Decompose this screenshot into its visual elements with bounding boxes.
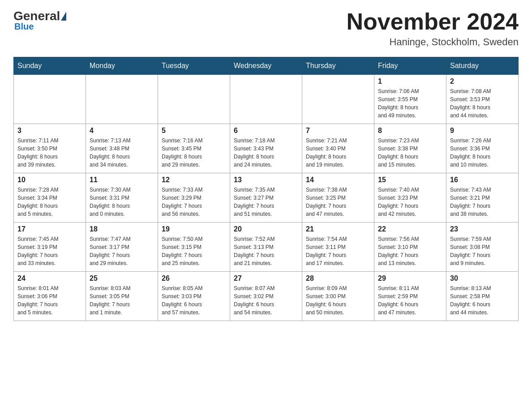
day-info: Sunrise: 8:13 AMSunset: 2:58 PMDaylight:… — [450, 284, 515, 317]
week-row-2: 3Sunrise: 7:11 AMSunset: 3:50 PMDaylight… — [14, 124, 519, 173]
table-cell — [302, 75, 374, 124]
table-cell: 12Sunrise: 7:33 AMSunset: 3:29 PMDayligh… — [158, 173, 230, 223]
col-saturday: Saturday — [446, 57, 519, 75]
day-info: Sunrise: 7:47 AMSunset: 3:17 PMDaylight:… — [90, 235, 154, 267]
title-block: November 2024 Haninge, Stockholm, Sweden — [347, 9, 519, 48]
day-info: Sunrise: 7:50 AMSunset: 3:15 PMDaylight:… — [162, 235, 226, 267]
week-row-1: 1Sunrise: 7:06 AMSunset: 3:55 PMDaylight… — [14, 75, 519, 124]
table-cell: 1Sunrise: 7:06 AMSunset: 3:55 PMDaylight… — [374, 75, 446, 124]
day-info: Sunrise: 8:03 AMSunset: 3:05 PMDaylight:… — [90, 284, 154, 317]
table-cell: 18Sunrise: 7:47 AMSunset: 3:17 PMDayligh… — [86, 223, 158, 272]
day-number: 23 — [450, 225, 515, 233]
day-number: 21 — [306, 225, 370, 233]
day-info: Sunrise: 7:54 AMSunset: 3:11 PMDaylight:… — [306, 235, 370, 267]
day-number: 6 — [234, 127, 298, 135]
day-number: 25 — [90, 274, 154, 283]
table-cell: 26Sunrise: 8:05 AMSunset: 3:03 PMDayligh… — [158, 272, 230, 321]
day-number: 17 — [17, 225, 82, 233]
table-cell: 19Sunrise: 7:50 AMSunset: 3:15 PMDayligh… — [158, 223, 230, 272]
day-info: Sunrise: 7:13 AMSunset: 3:48 PMDaylight:… — [90, 137, 154, 169]
day-info: Sunrise: 7:08 AMSunset: 3:53 PMDaylight:… — [450, 87, 515, 120]
table-cell: 20Sunrise: 7:52 AMSunset: 3:13 PMDayligh… — [230, 223, 302, 272]
table-cell — [86, 75, 158, 124]
day-number: 20 — [234, 225, 298, 233]
day-info: Sunrise: 7:11 AMSunset: 3:50 PMDaylight:… — [17, 137, 82, 169]
day-number: 16 — [450, 176, 515, 184]
day-number: 11 — [90, 176, 154, 184]
day-number: 12 — [162, 176, 226, 184]
logo-blue-text: Blue — [13, 21, 34, 32]
table-cell: 22Sunrise: 7:56 AMSunset: 3:10 PMDayligh… — [374, 223, 446, 272]
day-number: 2 — [450, 77, 515, 86]
table-cell: 21Sunrise: 7:54 AMSunset: 3:11 PMDayligh… — [302, 223, 374, 272]
day-info: Sunrise: 7:30 AMSunset: 3:31 PMDaylight:… — [90, 186, 154, 218]
day-info: Sunrise: 7:06 AMSunset: 3:55 PMDaylight:… — [378, 87, 442, 120]
day-info: Sunrise: 7:43 AMSunset: 3:21 PMDaylight:… — [450, 186, 515, 218]
day-info: Sunrise: 7:38 AMSunset: 3:25 PMDaylight:… — [306, 186, 370, 218]
table-cell: 2Sunrise: 7:08 AMSunset: 3:53 PMDaylight… — [446, 75, 519, 124]
day-number: 3 — [17, 127, 82, 135]
logo: General Blue — [13, 9, 67, 32]
col-wednesday: Wednesday — [230, 57, 302, 75]
page-header: General Blue November 2024 Haninge, Stoc… — [13, 9, 519, 48]
table-cell: 8Sunrise: 7:23 AMSunset: 3:38 PMDaylight… — [374, 124, 446, 173]
day-info: Sunrise: 7:45 AMSunset: 3:19 PMDaylight:… — [17, 235, 82, 267]
day-number: 4 — [90, 127, 154, 135]
week-row-3: 10Sunrise: 7:28 AMSunset: 3:34 PMDayligh… — [14, 173, 519, 223]
calendar-header-row: Sunday Monday Tuesday Wednesday Thursday… — [14, 57, 519, 75]
day-info: Sunrise: 7:40 AMSunset: 3:23 PMDaylight:… — [378, 186, 442, 218]
day-info: Sunrise: 7:35 AMSunset: 3:27 PMDaylight:… — [234, 186, 298, 218]
table-cell: 25Sunrise: 8:03 AMSunset: 3:05 PMDayligh… — [86, 272, 158, 321]
table-cell — [158, 75, 230, 124]
calendar-table: Sunday Monday Tuesday Wednesday Thursday… — [13, 57, 519, 321]
day-number: 13 — [234, 176, 298, 184]
table-cell: 29Sunrise: 8:11 AMSunset: 2:59 PMDayligh… — [374, 272, 446, 321]
day-number: 30 — [450, 274, 515, 283]
day-number: 1 — [378, 77, 442, 86]
table-cell: 13Sunrise: 7:35 AMSunset: 3:27 PMDayligh… — [230, 173, 302, 223]
col-monday: Monday — [86, 57, 158, 75]
table-cell: 17Sunrise: 7:45 AMSunset: 3:19 PMDayligh… — [14, 223, 86, 272]
col-tuesday: Tuesday — [158, 57, 230, 75]
day-number: 14 — [306, 176, 370, 184]
day-info: Sunrise: 7:26 AMSunset: 3:36 PMDaylight:… — [450, 137, 515, 169]
day-number: 10 — [17, 176, 82, 184]
table-cell: 15Sunrise: 7:40 AMSunset: 3:23 PMDayligh… — [374, 173, 446, 223]
day-info: Sunrise: 8:09 AMSunset: 3:00 PMDaylight:… — [306, 284, 370, 317]
day-info: Sunrise: 7:21 AMSunset: 3:40 PMDaylight:… — [306, 137, 370, 169]
month-title: November 2024 — [347, 9, 519, 34]
day-info: Sunrise: 7:23 AMSunset: 3:38 PMDaylight:… — [378, 137, 442, 169]
day-info: Sunrise: 7:18 AMSunset: 3:43 PMDaylight:… — [234, 137, 298, 169]
day-info: Sunrise: 7:28 AMSunset: 3:34 PMDaylight:… — [17, 186, 82, 218]
table-cell: 10Sunrise: 7:28 AMSunset: 3:34 PMDayligh… — [14, 173, 86, 223]
col-sunday: Sunday — [14, 57, 86, 75]
day-number: 5 — [162, 127, 226, 135]
day-number: 15 — [378, 176, 442, 184]
day-number: 9 — [450, 127, 515, 135]
day-number: 18 — [90, 225, 154, 233]
week-row-4: 17Sunrise: 7:45 AMSunset: 3:19 PMDayligh… — [14, 223, 519, 272]
day-info: Sunrise: 7:56 AMSunset: 3:10 PMDaylight:… — [378, 235, 442, 267]
table-cell — [14, 75, 86, 124]
table-cell: 3Sunrise: 7:11 AMSunset: 3:50 PMDaylight… — [14, 124, 86, 173]
day-number: 26 — [162, 274, 226, 283]
day-info: Sunrise: 8:07 AMSunset: 3:02 PMDaylight:… — [234, 284, 298, 317]
table-cell: 16Sunrise: 7:43 AMSunset: 3:21 PMDayligh… — [446, 173, 519, 223]
day-number: 22 — [378, 225, 442, 233]
day-info: Sunrise: 7:59 AMSunset: 3:08 PMDaylight:… — [450, 235, 515, 267]
table-cell: 5Sunrise: 7:16 AMSunset: 3:45 PMDaylight… — [158, 124, 230, 173]
day-info: Sunrise: 7:33 AMSunset: 3:29 PMDaylight:… — [162, 186, 226, 218]
table-cell: 23Sunrise: 7:59 AMSunset: 3:08 PMDayligh… — [446, 223, 519, 272]
day-info: Sunrise: 8:05 AMSunset: 3:03 PMDaylight:… — [162, 284, 226, 317]
day-info: Sunrise: 7:52 AMSunset: 3:13 PMDaylight:… — [234, 235, 298, 267]
day-info: Sunrise: 8:11 AMSunset: 2:59 PMDaylight:… — [378, 284, 442, 317]
table-cell: 30Sunrise: 8:13 AMSunset: 2:58 PMDayligh… — [446, 272, 519, 321]
table-cell: 7Sunrise: 7:21 AMSunset: 3:40 PMDaylight… — [302, 124, 374, 173]
col-friday: Friday — [374, 57, 446, 75]
week-row-5: 24Sunrise: 8:01 AMSunset: 3:06 PMDayligh… — [14, 272, 519, 321]
day-number: 8 — [378, 127, 442, 135]
table-cell: 6Sunrise: 7:18 AMSunset: 3:43 PMDaylight… — [230, 124, 302, 173]
table-cell: 14Sunrise: 7:38 AMSunset: 3:25 PMDayligh… — [302, 173, 374, 223]
day-number: 7 — [306, 127, 370, 135]
col-thursday: Thursday — [302, 57, 374, 75]
